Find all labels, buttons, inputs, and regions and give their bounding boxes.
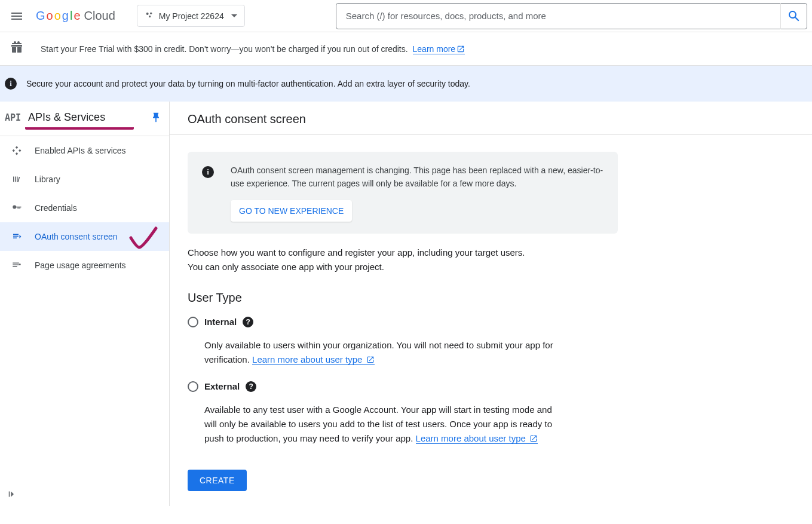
go-to-new-experience-button[interactable]: GO TO NEW EXPERIENCE: [231, 200, 352, 222]
top-bar: Google Cloud My Project 22624: [0, 0, 812, 32]
sidebar-item-label: Library: [35, 174, 60, 184]
search-button[interactable]: [780, 3, 807, 29]
mfa-banner: i Secure your account and protect your d…: [0, 66, 812, 102]
internal-learn-more-link[interactable]: Learn more about user type: [252, 354, 374, 365]
notice-box: i OAuth consent screen management is cha…: [188, 152, 618, 234]
library-icon: [11, 173, 23, 185]
api-badge: API: [5, 112, 21, 123]
user-type-heading: User Type: [170, 274, 812, 314]
project-dots-icon: [145, 10, 154, 22]
radio-label-internal: Internal: [204, 317, 237, 327]
internal-description: Only available to users within your orga…: [170, 330, 576, 379]
radio-external[interactable]: External ?: [170, 379, 812, 394]
key-icon: [11, 202, 23, 214]
consent-icon: [11, 231, 23, 243]
sidebar-header: API APIs & Services: [0, 102, 169, 128]
sidebar-item-credentials[interactable]: Credentials: [0, 194, 169, 222]
sidebar-item-oauth-consent[interactable]: OAuth consent screen: [0, 222, 169, 251]
search-input[interactable]: [336, 11, 780, 21]
info-icon: i: [5, 78, 17, 90]
help-icon[interactable]: ?: [243, 317, 253, 327]
radio-label-external: External: [204, 381, 240, 391]
collapse-sidebar-button[interactable]: [2, 485, 22, 504]
create-button[interactable]: CREATE: [188, 470, 247, 491]
svg-point-0: [146, 13, 148, 15]
pin-icon[interactable]: [150, 112, 162, 124]
mfa-text: Secure your account and protect your dat…: [26, 79, 470, 88]
external-description: Available to any test user with a Google…: [170, 394, 576, 458]
hamburger-menu-icon[interactable]: [5, 4, 29, 28]
page-description: Choose how you want to configure and reg…: [170, 234, 552, 274]
help-icon[interactable]: ?: [246, 381, 256, 392]
radio-button-icon[interactable]: [188, 381, 198, 392]
trial-banner: Start your Free Trial with $300 in credi…: [0, 32, 812, 66]
gift-icon: [10, 41, 24, 57]
svg-point-1: [150, 13, 152, 14]
external-learn-more-link[interactable]: Learn more about user type: [416, 433, 538, 444]
project-name: My Project 22624: [159, 11, 224, 21]
annotation-underline: [25, 126, 134, 130]
info-icon: i: [202, 166, 214, 178]
svg-point-2: [149, 16, 151, 17]
main-content: OAuth consent screen i OAuth consent scr…: [170, 102, 812, 506]
sidebar-item-enabled-apis[interactable]: Enabled APIs & services: [0, 136, 169, 165]
sidebar-item-page-usage[interactable]: Page usage agreements: [0, 251, 169, 280]
chevron-down-icon: [231, 14, 237, 17]
project-selector[interactable]: My Project 22624: [137, 5, 245, 27]
annotation-checkmark: [128, 226, 158, 252]
sidebar-item-library[interactable]: Library: [0, 165, 169, 194]
sidebar: API APIs & Services Enabled APIs & servi…: [0, 102, 170, 506]
search-bar: [336, 3, 807, 29]
trial-learn-more-link[interactable]: Learn more: [413, 44, 465, 54]
notice-text: OAuth consent screen management is chang…: [231, 164, 603, 191]
page-usage-icon: [11, 259, 23, 271]
radio-internal[interactable]: Internal ?: [170, 314, 812, 330]
trial-text: Start your Free Trial with $300 in credi…: [41, 44, 408, 54]
sidebar-title: APIs & Services: [28, 111, 105, 124]
sidebar-item-label: Enabled APIs & services: [35, 146, 126, 155]
sidebar-item-label: Page usage agreements: [35, 261, 126, 270]
diamond-icon: [11, 145, 23, 157]
sidebar-item-label: OAuth consent screen: [35, 232, 118, 241]
radio-button-icon[interactable]: [188, 317, 198, 327]
page-title: OAuth consent screen: [170, 102, 812, 135]
google-cloud-logo[interactable]: Google Cloud: [36, 9, 115, 23]
sidebar-item-label: Credentials: [35, 203, 77, 213]
